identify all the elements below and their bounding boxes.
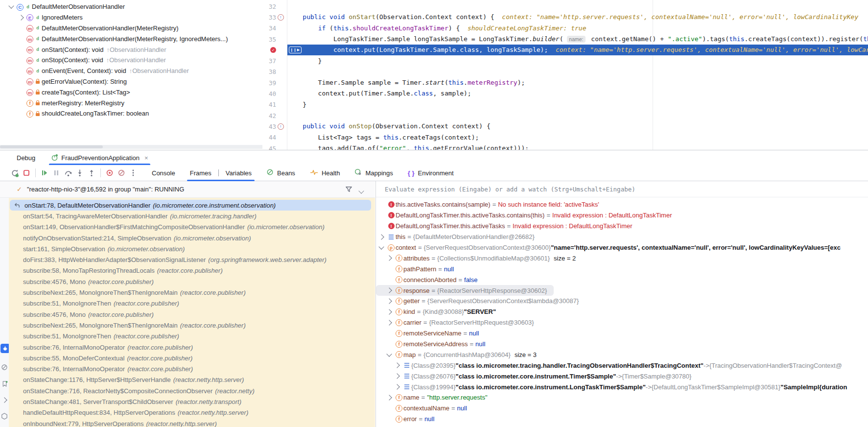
frame-row[interactable]: onStateChange:1176, HttpServer$HttpServe…: [9, 375, 375, 385]
variables-tree[interactable]: !this.activeTasks.contains(sample)=No su…: [376, 197, 868, 427]
gutter-line[interactable]: 42: [262, 110, 287, 121]
variable-row[interactable]: fremoteServiceAddress=null: [376, 339, 868, 350]
chevron-down-icon[interactable]: [9, 5, 17, 8]
code-line[interactable]: }: [287, 99, 868, 110]
close-icon[interactable]: ×: [144, 154, 148, 162]
variable-row[interactable]: fgetter={ServerRequestObservationContext…: [376, 296, 868, 307]
chevron-right-icon[interactable]: [395, 374, 402, 378]
code-line[interactable]: context.put(Timer.Sample.class, sample);: [287, 88, 868, 99]
step-out-button[interactable]: [86, 167, 97, 179]
debug-tab-mappings[interactable]: Mappings: [354, 168, 393, 177]
variable-row[interactable]: ferror=null: [376, 414, 868, 425]
frame-row[interactable]: onStart:54, TracingAwareMeterObservation…: [9, 211, 375, 221]
variable-row[interactable]: fname="http.server.requests": [376, 392, 868, 403]
structure-item[interactable]: fshouldCreateLongTaskTimer: boolean: [0, 108, 262, 119]
code-line[interactable]: ❙❙▶ context.put(LongTaskTimer.Sample.cla…: [287, 45, 868, 55]
frame-row[interactable]: start:161, SimpleObservation(io.micromet…: [9, 243, 375, 254]
stop-button[interactable]: [21, 167, 32, 179]
gutter-line[interactable]: 32: [262, 1, 287, 12]
frame-row[interactable]: subscribe:76, InternalMonoOperator(react…: [9, 363, 375, 374]
filter-funnel-icon[interactable]: [345, 186, 352, 194]
bookmark-tool-icon[interactable]: [0, 380, 8, 388]
frame-row[interactable]: onInboundNext:779, HttpServerOperations(…: [9, 418, 375, 427]
code-line[interactable]: if (this.shouldCreateLongTaskTimer) { sh…: [287, 23, 868, 34]
gutter-line[interactable]: 43↑: [262, 121, 287, 132]
structure-item[interactable]: mdonStart(Context): void↑ObservationHand…: [0, 44, 262, 55]
code-line[interactable]: public void onStart(Observation.Context …: [287, 12, 868, 23]
variable-row[interactable]: fremoteServiceName=null: [376, 328, 868, 339]
mute-breakpoints-button[interactable]: [116, 167, 127, 179]
override-icon[interactable]: ↑: [278, 14, 284, 21]
frame-row[interactable]: subscribeNext:265, MonoIgnoreThen$ThenIg…: [9, 320, 375, 331]
frame-row[interactable]: subscribe:76, InternalMonoOperator(react…: [9, 342, 375, 353]
structure-item[interactable]: mdonStop(Context): void↑ObservationHandl…: [0, 55, 262, 66]
gutter-line[interactable]: 41: [262, 99, 287, 110]
override-icon[interactable]: ↑: [278, 123, 284, 130]
frame-row[interactable]: subscribe:51, MonoIgnoreThen(reactor.cor…: [9, 298, 375, 309]
chevron-right-icon[interactable]: [387, 299, 395, 303]
gutter-line[interactable]: 39: [262, 77, 287, 88]
frame-row[interactable]: subscribeNext:265, MonoIgnoreThen$ThenIg…: [9, 287, 375, 298]
code-line[interactable]: Timer.Sample sample = Timer.start(this.m…: [287, 77, 868, 88]
gutter-line[interactable]: 45: [262, 143, 287, 150]
evaluate-expression-bar[interactable]: Evaluate expression (Eingabe) or add a w…: [376, 181, 868, 197]
chevron-right-icon[interactable]: [379, 235, 387, 239]
code-line[interactable]: [287, 67, 868, 77]
pin-tool-icon[interactable]: [0, 363, 8, 371]
debug-tab-frames-variables[interactable]: FramesVariables: [190, 169, 252, 177]
variable-row[interactable]: fattributes={Collections$UnmodifiableMap…: [376, 253, 868, 263]
frame-row[interactable]: subscribe:55, MonoDeferContextual(reacto…: [9, 353, 375, 363]
variable-row[interactable]: this={DefaultMeterObservationHandler@266…: [376, 232, 868, 242]
editor-code-area[interactable]: public void onStart(Observation.Context …: [287, 0, 868, 150]
frame-row[interactable]: onStart:149, ObservationHandler$FirstMat…: [9, 222, 375, 233]
structure-item[interactable]: mgetErrorValue(Context): String: [0, 76, 262, 87]
variable-row[interactable]: fcontextualName=null: [376, 403, 868, 414]
code-line[interactable]: List<Tag> tags = this.createTags(context…: [287, 132, 868, 143]
gutter-line[interactable]: 37: [262, 56, 287, 67]
code-line[interactable]: LongTaskTimer.Sample longTaskSample = Lo…: [287, 34, 868, 45]
variable-row[interactable]: !DefaultLongTaskTimer.this.activeTasks=I…: [376, 221, 868, 232]
chevron-right-icon[interactable]: [387, 321, 395, 325]
variable-row[interactable]: fmap={ConcurrentHashMap@30604}size = 3: [376, 349, 868, 360]
variable-row[interactable]: {Class@20395} "class io.micrometer.traci…: [376, 360, 868, 371]
variable-row[interactable]: !DefaultLongTaskTimer.this.activeTasks.c…: [376, 210, 868, 221]
code-line[interactable]: tags.add(Tag.of("error", this.getErrorVa…: [287, 143, 868, 150]
variable-row[interactable]: fresponse={ReactorServerHttpResponse@306…: [376, 285, 554, 296]
gutter-line[interactable]: 44: [262, 132, 287, 143]
variable-row[interactable]: pcontext={ServerRequestObservationContex…: [376, 242, 868, 253]
chevron-right-icon[interactable]: [395, 385, 402, 389]
frame-row[interactable]: subscribe:51, MonoIgnoreThen(reactor.cor…: [9, 331, 375, 342]
variable-row[interactable]: fpathPattern=null: [376, 263, 868, 274]
structure-item[interactable]: CdDefaultMeterObservationHandler: [0, 1, 262, 12]
code-line[interactable]: }: [287, 56, 868, 67]
chevron-right-icon[interactable]: [387, 396, 395, 400]
step-over-button[interactable]: [62, 167, 74, 179]
frame-row[interactable]: onStateChange:716, ReactorNetty$Composit…: [9, 385, 375, 396]
chevron-right-icon[interactable]: [19, 16, 26, 20]
frame-row[interactable]: subscribe:4576, Mono(reactor.core.publis…: [9, 309, 375, 320]
step-into-button[interactable]: [74, 167, 86, 179]
chevron-right-icon[interactable]: [387, 310, 395, 314]
variable-row[interactable]: fconnectionAborted=false: [376, 274, 868, 285]
thread-status-row[interactable]: ✓ "reactor-http-nio-3"@16,592 in group "…: [0, 181, 375, 198]
pause-button[interactable]: [50, 167, 62, 179]
debug-tab-health[interactable]: Health: [310, 168, 340, 177]
variable-row[interactable]: {Class@19994} "class io.micrometer.core.…: [376, 381, 868, 392]
rerun-debug-button[interactable]: [9, 167, 21, 179]
run-config-tab[interactable]: FraudPreventionApplication ×: [49, 151, 150, 165]
gutter-line[interactable]: 35: [262, 34, 287, 45]
structure-item[interactable]: EdIgnoredMeters: [0, 12, 262, 23]
structure-item[interactable]: mcreateTags(Context): List<Tag>: [0, 87, 262, 97]
code-line[interactable]: [287, 1, 868, 12]
code-line[interactable]: public void onStop(Observation.Context c…: [287, 121, 868, 132]
frame-row[interactable]: onStateChange:481, ServerTransport$Child…: [9, 396, 375, 407]
gutter-line[interactable]: ✓: [262, 45, 287, 55]
structure-item[interactable]: fmeterRegistry: MeterRegistry: [0, 97, 262, 108]
variable-row[interactable]: fcarrier={ReactorServerHttpRequest@30603…: [376, 317, 868, 328]
structure-hscrollbar-thumb[interactable]: [0, 145, 103, 148]
editor-gutter[interactable]: 3233↑3435✓37383940414243↑4445: [262, 0, 287, 150]
chevron-down-icon[interactable]: [387, 354, 395, 356]
frame-row[interactable]: onStart:78, DefaultMeterObservationHandl…: [10, 200, 371, 211]
frame-row[interactable]: handleDefaultHttpRequest:834, HttpServer…: [9, 407, 375, 418]
chevron-right-icon[interactable]: [0, 396, 8, 404]
